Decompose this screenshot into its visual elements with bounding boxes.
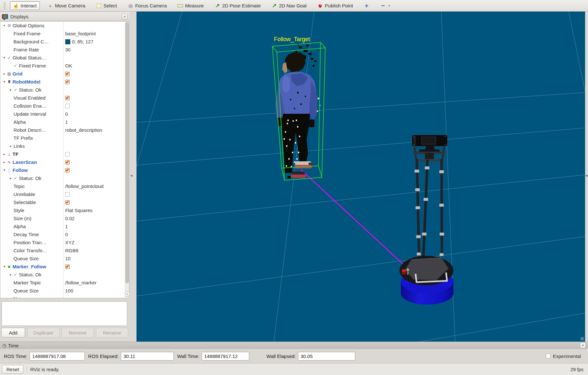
reset-button[interactable]: Reset <box>2 365 23 374</box>
tree-row-label: Fixed Frame <box>19 63 46 68</box>
checkbox[interactable]: ✔ <box>65 96 70 100</box>
expander-icon[interactable]: ▸ <box>9 88 13 92</box>
experimental-toggle[interactable]: Experimental <box>546 353 581 359</box>
expander-icon[interactable]: ▸ <box>9 272 13 277</box>
tree-row-laserscan[interactable]: ▸∿LaserScan✔ <box>0 158 129 166</box>
tree-row-grid[interactable]: ▸▦Grid✔ <box>0 70 129 78</box>
tree-row-fixed-frame[interactable]: ✓Fixed FrameOK <box>0 62 129 70</box>
checkbox[interactable]: ✔ <box>65 80 70 84</box>
tree-row-global-options[interactable]: ▾⚙Global Options <box>0 22 129 30</box>
panel-splitter[interactable] <box>0 298 129 301</box>
nav-goal-tool-button[interactable]: ↗2D Nav Goal <box>268 1 310 10</box>
tree-row-queue-size[interactable]: Queue Size100 <box>0 287 129 295</box>
add-display-button[interactable]: Add <box>1 328 25 337</box>
robot-model <box>399 135 453 305</box>
focus-camera-tool-button[interactable]: ◎Focus Camera <box>125 1 170 10</box>
checkbox[interactable]: ✔ <box>65 72 70 76</box>
expander-icon[interactable]: ▾ <box>2 168 6 172</box>
checkbox[interactable]: ✔ <box>65 160 70 165</box>
expander-icon[interactable]: ▾ <box>2 23 6 28</box>
wall-elapsed-input[interactable] <box>298 352 355 361</box>
checkbox[interactable]: ✔ <box>65 200 70 205</box>
move-camera-tool-button[interactable]: ↔↕Move Camera <box>44 1 88 10</box>
tree-row-marker-topic[interactable]: Marker Topic/follow_marker <box>0 279 129 287</box>
checkbox[interactable] <box>65 104 70 108</box>
close-icon[interactable]: × <box>122 14 127 20</box>
3d-viewport[interactable]: Follow_Target <box>136 12 585 342</box>
collapse-left-icon[interactable]: ◀ <box>130 174 132 177</box>
checkbox[interactable]: ✔ <box>65 168 70 173</box>
expander-icon[interactable]: ▸ <box>9 176 13 180</box>
tree-row-tf-prefix[interactable]: TF Prefix <box>0 134 129 142</box>
tree-row-topic[interactable]: Topic/follow_pointcloud <box>0 182 129 190</box>
scroll-down-icon[interactable]: ▾ <box>125 291 130 297</box>
checkbox[interactable] <box>65 192 70 197</box>
tree-row-decay-time[interactable]: Decay Time0 <box>0 230 129 238</box>
pose-estimate-tool-button[interactable]: ↗2D Pose Estimate <box>212 1 264 10</box>
tree-row-alpha[interactable]: Alpha1 <box>0 222 129 230</box>
remove-display-button[interactable]: Remove <box>62 328 94 337</box>
time-panel-header[interactable]: ◷ Time × <box>0 342 588 349</box>
ros-time-input[interactable] <box>30 352 85 361</box>
expander-icon[interactable]: ▸ <box>2 160 6 164</box>
measure-icon <box>178 3 183 8</box>
tree-scrollbar-thumb[interactable] <box>126 22 129 283</box>
tree-row-position-tran[interactable]: Position Tran…XYZ <box>0 238 129 246</box>
rename-display-button[interactable]: Rename <box>96 328 128 337</box>
tree-row-robotmodel[interactable]: ▾♜RobotModel✔ <box>0 78 129 86</box>
expander-icon[interactable]: ▸ <box>2 72 6 76</box>
tree-row-queue-size[interactable]: Queue Size10 <box>0 254 129 263</box>
wall-time-input[interactable] <box>202 352 249 361</box>
tree-row-status-ok[interactable]: ▸✓Status: Ok <box>0 86 129 94</box>
tree-row-namespaces[interactable]: Namespaces <box>0 295 129 298</box>
displays-panel-header[interactable]: Displays × <box>0 12 129 21</box>
interact-tool-button[interactable]: ☝Interact <box>10 1 40 10</box>
tree-row-fixed-frame[interactable]: Fixed Framebase_footprint <box>0 30 129 38</box>
tree-row-unreliable[interactable]: Unreliable <box>0 190 129 198</box>
experimental-checkbox[interactable] <box>546 354 550 358</box>
publish-point-tool-button[interactable]: Publish Point <box>314 1 356 10</box>
tree-row-alpha[interactable]: Alpha1 <box>0 118 129 126</box>
tree-row-color-transfo[interactable]: Color Transfo…RGB8 <box>0 246 129 254</box>
tree-row-status-ok[interactable]: ▸✓Status: Ok <box>0 271 129 279</box>
tree-row-robot-descri[interactable]: Robot Descri…robot_description <box>0 126 129 134</box>
tree-row-frame-rate[interactable]: Frame Rate30 <box>0 46 129 54</box>
tree-row-background-c[interactable]: Background C…0; 85; 127 <box>0 38 129 46</box>
select-tool-button[interactable]: Select <box>93 1 120 10</box>
tree-row-size-m[interactable]: Size (m)0.02 <box>0 214 129 222</box>
tree-row-global-status[interactable]: ▾✓Global Status… <box>0 54 129 62</box>
expander-icon[interactable]: ▾ <box>2 264 6 269</box>
ros-elapsed-input[interactable] <box>121 352 174 361</box>
toolbar-button-label: 2D Pose Estimate <box>222 3 261 8</box>
tree-row-marker-follow[interactable]: ▾■Marker_Follow✔ <box>0 263 129 271</box>
chevron-down-icon[interactable]: ▾ <box>388 4 390 7</box>
color-swatch[interactable] <box>65 39 70 44</box>
remove-tool-button[interactable]: −▾ <box>377 1 393 10</box>
measure-tool-button[interactable]: Measure <box>174 1 207 10</box>
left-splitter[interactable]: ◀ <box>129 12 136 342</box>
tree-row-status-ok[interactable]: ▸✓Status: Ok <box>0 174 129 182</box>
checkbox[interactable] <box>65 152 70 156</box>
expander-icon[interactable]: ▾ <box>2 80 6 84</box>
collapse-right-icon[interactable]: ◀ <box>585 174 587 177</box>
checkbox[interactable]: ✔ <box>65 264 70 269</box>
tree-row-visual-enabled[interactable]: Visual Enabled✔ <box>0 94 129 102</box>
tree-scrollbar[interactable]: ▾ <box>125 22 129 298</box>
right-splitter[interactable]: ◀ <box>585 12 588 342</box>
tree-row-links[interactable]: ▸Links <box>0 142 129 150</box>
close-icon[interactable]: × <box>580 343 586 348</box>
tree-row-style[interactable]: StyleFlat Squares <box>0 206 129 214</box>
expander-icon[interactable]: ▾ <box>2 56 6 60</box>
expander-icon[interactable]: ▸ <box>2 152 6 156</box>
tree-row-update-interval[interactable]: Update Interval0 <box>0 110 129 118</box>
displays-panel-title: Displays <box>10 14 29 19</box>
toolbar-drag-handle[interactable] <box>4 2 5 9</box>
tree-row-selectable[interactable]: Selectable✔ <box>0 198 129 206</box>
tree-row-tf[interactable]: ▸⊥TF <box>0 150 129 158</box>
add-tool-button[interactable]: + <box>361 1 373 10</box>
expander-icon[interactable]: ▸ <box>9 144 13 148</box>
tree-row-follow[interactable]: ▾⡪Follow✔ <box>0 166 129 174</box>
tree-row-collision-ena[interactable]: Collision Ena… <box>0 102 129 110</box>
displays-tree[interactable]: ▾⚙Global OptionsFixed Framebase_footprin… <box>0 21 129 298</box>
duplicate-display-button[interactable]: Duplicate <box>27 328 59 337</box>
